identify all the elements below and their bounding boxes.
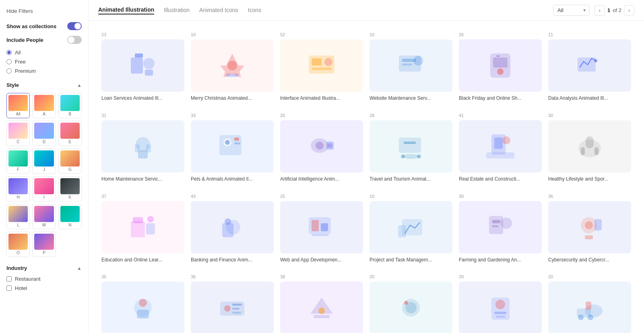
item-thumbnail <box>548 39 631 92</box>
grid-item[interactable]: 38 Cryptocurrency Animated ... <box>277 269 366 333</box>
item-thumbnail <box>369 282 452 333</box>
style-label-l: L <box>8 223 28 227</box>
style-item-h[interactable]: H <box>6 176 30 201</box>
grid-item[interactable]: 41 Real Estate and Constructi... <box>456 108 545 189</box>
grid-item[interactable]: 36 Cybersecurity and Cybercr... <box>545 189 634 270</box>
grid-item[interactable]: 20 Automotive & Cars Animat... <box>545 269 634 333</box>
svg-point-50 <box>147 216 154 222</box>
item-title: Loan Services Animated Ill... <box>101 95 184 102</box>
style-item-j[interactable]: J <box>32 148 56 174</box>
item-count: 20 <box>548 274 631 279</box>
grid-item[interactable]: 30 Farming and Gardening An... <box>456 189 545 270</box>
svg-rect-36 <box>404 142 416 144</box>
tab-illustration[interactable]: Illustration <box>164 7 190 14</box>
svg-rect-74 <box>232 308 239 310</box>
style-section-header[interactable]: Style ▲ <box>6 82 82 88</box>
style-item-k[interactable]: K <box>58 176 82 201</box>
include-people-toggle[interactable] <box>67 36 82 44</box>
svg-point-38 <box>417 154 421 158</box>
grid-item[interactable]: 10 Website Maintenance Serv... <box>366 27 456 108</box>
filter-select[interactable]: All Recent Popular Trending <box>553 5 590 16</box>
style-item-o[interactable]: O <box>6 232 30 257</box>
sidebar: Hide Filters Show as collections Include… <box>0 0 89 333</box>
grid-item[interactable]: 23 Loan Services Animated Ill... <box>98 27 188 108</box>
grid-item[interactable]: 28 Travel and Tourism Animat... <box>366 108 456 189</box>
grid-item[interactable]: 10 Project and Task Managem... <box>366 189 456 270</box>
item-thumbnail <box>548 282 631 333</box>
svg-point-37 <box>401 154 405 158</box>
svg-rect-46 <box>594 147 599 155</box>
svg-rect-24 <box>146 144 151 152</box>
item-count: 43 <box>191 194 274 199</box>
tab-icons[interactable]: Icons <box>248 7 261 14</box>
svg-rect-28 <box>234 138 239 141</box>
item-thumbnail <box>459 282 542 333</box>
style-item-c[interactable]: C <box>6 121 30 146</box>
svg-rect-73 <box>232 304 242 306</box>
price-premium[interactable]: Premium <box>6 68 82 74</box>
grid-item[interactable]: 11 Data Analysis Animated Ill... <box>545 27 634 108</box>
grid-item[interactable]: 52 Interface Animated Illustra... <box>277 27 366 108</box>
svg-point-31 <box>316 142 324 150</box>
grid-item[interactable]: 37 Education and Online Lear... <box>98 189 188 270</box>
grid-item[interactable]: 33 Pets & Animals Animated Il... <box>188 108 277 189</box>
style-label-all: All <box>8 112 28 116</box>
svg-point-35 <box>403 154 419 159</box>
item-title: Pets & Animals Animated Il... <box>191 176 274 183</box>
style-thumb-e <box>60 123 80 139</box>
next-page-button[interactable]: › <box>624 5 634 16</box>
tab-animated-icons[interactable]: Animated Icons <box>199 7 238 14</box>
grid-item[interactable]: 10 Merry Christmas Animated... <box>188 27 277 108</box>
grid-item[interactable]: 20 Artificial Intelligence Anim... <box>277 108 366 189</box>
style-label-d: D <box>34 140 54 144</box>
grid-item[interactable]: 20 Medical Animated Illustrati... <box>456 269 545 333</box>
style-item-all[interactable]: All <box>6 93 30 118</box>
item-title: Merry Christmas Animated... <box>191 95 274 102</box>
grid-item[interactable]: 20 Delivery Service Animated ... <box>366 269 456 333</box>
svg-point-9 <box>324 58 332 66</box>
svg-point-61 <box>501 218 512 229</box>
style-item-f[interactable]: F <box>6 148 30 174</box>
price-filter-group: All Free Premium <box>6 49 82 74</box>
svg-rect-75 <box>232 312 241 314</box>
style-grid: All A B C D E F J <box>6 93 82 257</box>
tab-animated-illustration[interactable]: Animated Illustration <box>98 6 154 14</box>
style-item-g[interactable]: G <box>58 148 82 174</box>
style-item-p[interactable]: P <box>32 232 56 257</box>
style-item-i[interactable]: I <box>32 176 56 201</box>
svg-point-66 <box>585 221 593 229</box>
industry-restaurant[interactable]: Restaurant <box>6 276 82 282</box>
prev-page-button[interactable]: ‹ <box>594 5 605 16</box>
style-item-d[interactable]: D <box>32 121 56 146</box>
industry-hotel[interactable]: Hotel <box>6 285 82 291</box>
svg-rect-29 <box>234 142 240 144</box>
style-item-l[interactable]: L <box>6 204 30 229</box>
item-title: Data Analysis Animated Ill... <box>548 95 631 102</box>
style-item-b[interactable]: B <box>58 93 82 118</box>
grid-item[interactable]: 30 Healthy Lifestyle and Spor... <box>545 108 634 189</box>
price-all[interactable]: All <box>6 49 82 56</box>
item-thumbnail <box>101 282 184 333</box>
grid-item[interactable]: 26 Black Friday and Online Sh... <box>456 27 545 108</box>
grid-item[interactable]: 35 Social Media Animated Illu... <box>98 269 188 333</box>
topbar-right: All Recent Popular Trending ▼ ‹ 1 of 2 › <box>553 5 634 16</box>
style-item-n[interactable]: N <box>58 204 82 229</box>
hide-filters-button[interactable]: Hide Filters <box>6 8 33 14</box>
grid-item[interactable]: 31 Home Maintenance Servic... <box>98 108 188 189</box>
grid-item[interactable]: 36 Marketing Animated Illustr... <box>188 269 277 333</box>
svg-rect-41 <box>486 152 514 158</box>
style-item-a[interactable]: A <box>32 93 56 118</box>
grid-item[interactable]: 43 Banking and Finance Anim... <box>188 189 277 270</box>
grid-item[interactable]: 25 Web and App Developmen... <box>277 189 366 270</box>
svg-rect-16 <box>493 58 508 68</box>
item-count: 35 <box>101 274 184 279</box>
item-title: Real Estate and Constructi... <box>459 176 542 183</box>
style-item-m[interactable]: M <box>32 204 56 229</box>
show-as-collections-toggle[interactable] <box>67 22 82 30</box>
style-item-e[interactable]: E <box>58 121 82 146</box>
industry-section-header[interactable]: Industry ▲ <box>6 265 82 271</box>
svg-rect-59 <box>398 225 406 237</box>
price-free[interactable]: Free <box>6 59 82 65</box>
main-content: Animated Illustration Illustration Anima… <box>89 0 644 333</box>
svg-rect-48 <box>133 217 143 223</box>
